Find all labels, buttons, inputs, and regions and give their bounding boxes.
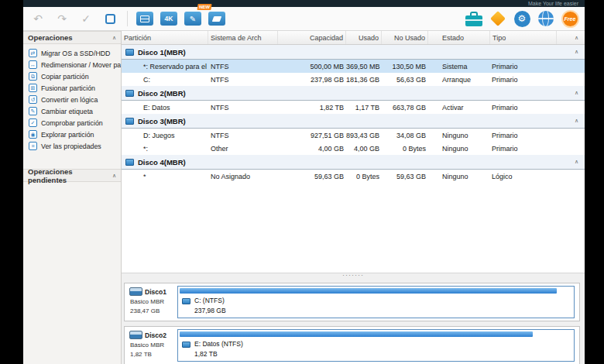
partition-icon <box>182 298 190 304</box>
header-chevron-cell: ∧ <box>557 31 585 44</box>
partition-row[interactable]: *: Reservado para el sis...NTFS500,00 MB… <box>122 60 585 73</box>
partition-used: 369,50 MB <box>346 63 382 70</box>
collapse-chevron[interactable]: ∧ <box>575 49 585 55</box>
upgrade-button[interactable] <box>488 9 508 28</box>
sidebar-item[interactable]: ◉Explorar partición <box>23 129 121 140</box>
sidebar-item-label: Redimensionar / Mover par... <box>41 61 121 69</box>
column-header-estado[interactable]: Estado <box>428 31 490 44</box>
column-header-usado[interactable]: Usado <box>346 31 382 44</box>
disk-group-name: Disco 3(MBR) <box>138 117 186 125</box>
diamond-icon <box>490 11 506 26</box>
disk-group-header[interactable]: Disco 3(MBR)∧ <box>122 114 585 129</box>
partition-row[interactable]: D: JuegosNTFS927,51 GB893,43 GB34,08 GBN… <box>122 129 585 142</box>
partition-name: E: Datos <box>122 104 208 112</box>
partition-capacity: 59,63 GB <box>278 173 346 180</box>
undo-button[interactable]: ↶ <box>28 9 48 28</box>
disk-group-name: Disco 4(MBR) <box>138 158 186 167</box>
collapse-chevron[interactable]: ∧ <box>575 35 578 41</box>
copy-partition-icon: ⧉ <box>29 72 37 81</box>
partition-row[interactable]: C:NTFS237,98 GB181,36 GB56,63 GBArranque… <box>122 73 585 86</box>
operations-header[interactable]: Operaciones ∧ <box>23 31 121 44</box>
partition-status: Sistema <box>428 63 490 70</box>
sidebar-items: ⇄Migrar OS a SSD/HDD↔Redimensionar / Mov… <box>23 44 121 152</box>
table-header: Partición Sistema de Arch Capacidad Usad… <box>122 31 585 45</box>
column-header-no-usado[interactable]: No Usado <box>382 31 428 44</box>
collapse-chevron[interactable]: ∧ <box>112 35 116 41</box>
partition-capacity: 500,00 MB <box>278 63 346 70</box>
sidebar-item[interactable]: ⧉Copiar partición <box>23 70 121 82</box>
collapse-chevron[interactable]: ∧ <box>575 118 585 124</box>
sidebar-item[interactable]: ↺Convertir en lógica <box>23 94 121 105</box>
partition-type: Primario <box>490 63 557 70</box>
partition-block[interactable]: C: (NTFS)237,98 GB <box>177 286 575 318</box>
partition-filesystem: Other <box>208 145 278 153</box>
partition-recovery-button[interactable] <box>135 9 155 28</box>
disk-icon <box>125 159 134 166</box>
language-button[interactable] <box>536 9 556 28</box>
redo-button[interactable]: ↷ <box>52 9 72 28</box>
sidebar-item[interactable]: ≡Ver las propiedades <box>23 140 121 152</box>
toolbox-button[interactable] <box>464 9 484 28</box>
disk-group-name: Disco 1(MBR) <box>138 48 186 57</box>
disk-group-header[interactable]: Disco 4(MBR)∧ <box>122 155 585 170</box>
disk-group-header[interactable]: Disco 1(MBR)∧ <box>122 45 585 60</box>
sidebar-item[interactable]: ✎Cambiar etiqueta <box>23 105 121 117</box>
sidebar-item-label: Cambiar etiqueta <box>41 108 93 115</box>
disk-panel-row[interactable]: Disco2Básico MBR1,82 TBE: Datos (NTFS)1,… <box>124 326 580 364</box>
disk-group-header[interactable]: Disco 2(MBR)∧ <box>122 86 585 101</box>
edition-badge[interactable]: Free <box>560 9 580 28</box>
commit-button[interactable]: ✓ <box>76 9 96 28</box>
disk-name: Disco2 <box>145 331 166 339</box>
splitter-handle[interactable]: ······· <box>122 273 585 280</box>
partition-filesystem: NTFS <box>208 76 278 84</box>
partition-row[interactable]: E: DatosNTFS1,82 TB1,17 TB663,78 GBActiv… <box>122 101 585 114</box>
toolbar-separator <box>127 11 128 26</box>
pending-operations-header[interactable]: Operaciones pendientes ∧ <box>23 169 121 182</box>
collapse-chevron[interactable]: ∧ <box>575 90 585 96</box>
partition-capacity: 4,00 GB <box>278 145 346 153</box>
disk-icon <box>125 90 134 97</box>
column-header-particion[interactable]: Partición <box>122 31 208 44</box>
partition-type: Primario <box>490 132 557 139</box>
pencil-glyph: ✎ <box>190 15 196 23</box>
disk-meta: Disco1Básico MBR238,47 GB <box>125 283 176 321</box>
partition-row[interactable]: *No Asignado59,63 GB0 Bytes59,63 GBNingu… <box>122 170 585 183</box>
erase-button[interactable] <box>207 9 227 28</box>
free-badge: Free <box>561 10 579 28</box>
column-header-sistema-de-arch[interactable]: Sistema de Arch <box>208 31 278 44</box>
sidebar-item[interactable]: ⇄Migrar OS a SSD/HDD <box>23 47 121 59</box>
partition-unused: 663,78 GB <box>382 104 428 112</box>
partition-used-bar <box>180 331 533 337</box>
partition-used: 1,17 TB <box>346 104 382 112</box>
check-partition-icon: ✓ <box>29 118 37 127</box>
align-4k-icon: 4K <box>160 12 177 26</box>
disk-drive-icon <box>129 287 142 296</box>
partition-block[interactable]: E: Datos (NTFS)1,82 TB <box>177 329 575 362</box>
partition-filesystem: No Asignado <box>208 173 278 180</box>
sidebar-item[interactable]: ✓Comprobar partición <box>23 117 121 129</box>
collapse-chevron[interactable]: ∧ <box>575 159 585 165</box>
partition-name: *: <box>122 145 208 153</box>
disk-panel-row[interactable]: Disco1Básico MBR238,47 GBC: (NTFS)237,98… <box>124 283 580 321</box>
settings-button[interactable]: ⚙ <box>512 9 532 28</box>
column-header-tipo[interactable]: Tipo <box>490 31 557 44</box>
partition-status: Ninguno <box>428 132 490 139</box>
align-4k-button[interactable]: 4K <box>159 9 179 28</box>
partition-row[interactable]: *:Other4,00 GB4,00 GB0 BytesNingunoPrima… <box>122 142 585 155</box>
wipe-disk-button[interactable]: ✎ NEW <box>183 9 203 28</box>
redo-icon: ↷ <box>57 13 67 24</box>
partition-name: *: Reservado para el sis... <box>122 63 208 70</box>
partition-capacity: 237,98 GB <box>278 76 346 84</box>
apply-button[interactable] <box>100 9 120 28</box>
sidebar-item[interactable]: ⊞Fusionar partición <box>23 82 121 94</box>
partition-unused: 130,50 MB <box>382 63 428 70</box>
sidebar-item[interactable]: ↔Redimensionar / Mover par... <box>23 59 121 70</box>
disk-meta-top: Disco2 <box>129 331 176 339</box>
titlebar: Make Your life easier <box>23 0 585 7</box>
operations-title: Operaciones <box>28 33 73 42</box>
collapse-chevron[interactable]: ∧ <box>112 173 116 179</box>
partition-icon <box>182 342 190 348</box>
column-header-capacidad[interactable]: Capacidad <box>278 31 346 44</box>
disk-size: 1,82 TB <box>129 351 176 358</box>
partition-unused: 56,63 GB <box>382 76 428 84</box>
